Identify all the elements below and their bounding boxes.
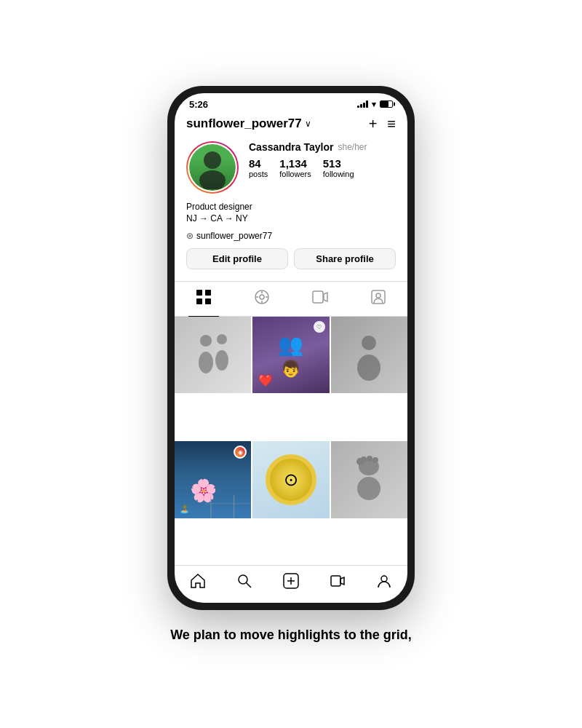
posts-count: 84: [249, 157, 261, 170]
svg-rect-2: [196, 290, 202, 296]
profile-top: Cassandra Taylor she/her 84 posts 1,134 …: [186, 141, 396, 194]
grid-icon: [196, 289, 212, 309]
svg-point-18: [217, 334, 227, 344]
username-text: sunflower_power77: [186, 116, 302, 131]
svg-point-31: [239, 575, 247, 584]
menu-icon[interactable]: ≡: [387, 116, 396, 132]
svg-point-28: [367, 456, 372, 462]
nav-profile-icon[interactable]: [376, 573, 392, 593]
profile-stats: Cassandra Taylor she/her 84 posts 1,134 …: [249, 141, 396, 178]
svg-point-27: [361, 456, 367, 462]
svg-point-16: [200, 335, 212, 347]
bottom-nav: [175, 565, 407, 603]
tab-tagged[interactable]: [363, 288, 394, 310]
svg-point-29: [372, 457, 378, 463]
add-icon[interactable]: +: [369, 116, 378, 132]
posts-stat[interactable]: 84 posts: [249, 157, 268, 178]
svg-rect-5: [205, 298, 211, 304]
following-count: 513: [323, 157, 341, 170]
status-bar: 5:26 ▾: [175, 93, 407, 113]
nav-home-icon[interactable]: [190, 573, 206, 593]
svg-rect-3: [205, 290, 211, 296]
threads-icon: ⊛: [186, 231, 194, 241]
following-label: following: [323, 170, 354, 178]
svg-point-0: [204, 151, 221, 169]
tagged-icon: [370, 289, 386, 309]
svg-point-30: [357, 477, 380, 500]
avatar-image: [189, 144, 236, 191]
header-icons: + ≡: [369, 116, 396, 132]
chevron-down-icon: ∨: [305, 119, 311, 129]
status-icons: ▾: [357, 100, 393, 109]
svg-marker-13: [324, 293, 327, 301]
profile-buttons: Edit profile Share profile: [186, 248, 396, 269]
grid-indicator-2: ♡: [314, 321, 325, 333]
grid-item-5[interactable]: ⊙: [252, 441, 329, 518]
svg-rect-12: [313, 291, 323, 303]
tab-reels[interactable]: [247, 288, 277, 310]
nav-reels-icon[interactable]: [330, 573, 346, 593]
svg-point-7: [260, 295, 264, 299]
username-area[interactable]: sunflower_power77 ∨: [186, 116, 311, 131]
signal-icon: [357, 100, 368, 108]
bio-line-2: NJ → CA → NY: [186, 213, 396, 225]
profile-bio: Product designer NJ → CA → NY: [186, 201, 396, 226]
svg-rect-36: [331, 576, 340, 586]
edit-profile-button[interactable]: Edit profile: [186, 248, 288, 269]
posts-label: posts: [249, 170, 268, 178]
phone-screen: 5:26 ▾ sunflower_power77 ∨: [175, 93, 407, 603]
stats-row: 84 posts 1,134 followers 513 following: [249, 157, 396, 178]
grid-item-2[interactable]: 👥 👦 ♡ ❤️: [252, 317, 329, 393]
profile-name: Cassandra Taylor: [249, 141, 333, 153]
tab-bar: [175, 281, 407, 317]
app-header: sunflower_power77 ∨ + ≡: [175, 113, 407, 138]
profile-section: Cassandra Taylor she/her 84 posts 1,134 …: [175, 138, 407, 276]
grid-item-1[interactable]: [175, 317, 251, 393]
video-icon: [312, 289, 328, 309]
share-profile-button[interactable]: Share profile: [294, 248, 396, 269]
posts-grid: 👥 👦 ♡ ❤️: [175, 317, 407, 564]
svg-point-20: [362, 336, 376, 350]
page-container: 5:26 ▾ sunflower_power77 ∨: [167, 86, 415, 643]
grid-item-3[interactable]: [331, 317, 407, 393]
battery-icon: [380, 100, 393, 108]
followers-label: followers: [279, 170, 311, 178]
svg-point-21: [357, 355, 380, 381]
followers-stat[interactable]: 1,134 followers: [279, 157, 311, 178]
svg-point-19: [215, 350, 228, 371]
nav-search-icon[interactable]: [236, 573, 252, 593]
bio-line-1: Product designer: [186, 201, 396, 213]
svg-rect-4: [196, 298, 202, 304]
heart-emoji: ❤️: [258, 373, 273, 387]
grid-item-4[interactable]: 🌸 ◉ 🏝️: [175, 441, 251, 518]
profile-link-text: sunflower_power77: [196, 231, 272, 241]
tab-video[interactable]: [305, 288, 335, 310]
wifi-icon: ▾: [372, 100, 376, 109]
reels-icon: [254, 289, 270, 309]
svg-line-32: [247, 582, 252, 587]
avatar-wrapper[interactable]: [186, 141, 239, 194]
status-time: 5:26: [189, 99, 208, 110]
svg-point-1: [199, 170, 226, 189]
following-stat[interactable]: 513 following: [323, 157, 354, 178]
caption: We plan to move highlights to the grid,: [170, 628, 412, 643]
phone-frame: 5:26 ▾ sunflower_power77 ∨: [167, 86, 415, 610]
grid-item-6[interactable]: [331, 441, 407, 518]
svg-point-17: [199, 352, 213, 373]
nav-add-icon[interactable]: [283, 573, 299, 593]
profile-link[interactable]: ⊛ sunflower_power77: [186, 231, 396, 241]
avatar: [188, 143, 237, 192]
island-emoji: 🏝️: [179, 504, 190, 514]
profile-pronouns: she/her: [338, 142, 367, 152]
svg-point-38: [381, 576, 387, 582]
svg-marker-37: [340, 577, 344, 585]
profile-name-row: Cassandra Taylor she/her: [249, 141, 396, 153]
followers-count: 1,134: [279, 157, 307, 170]
tab-grid[interactable]: [188, 288, 219, 310]
svg-point-15: [376, 293, 380, 298]
